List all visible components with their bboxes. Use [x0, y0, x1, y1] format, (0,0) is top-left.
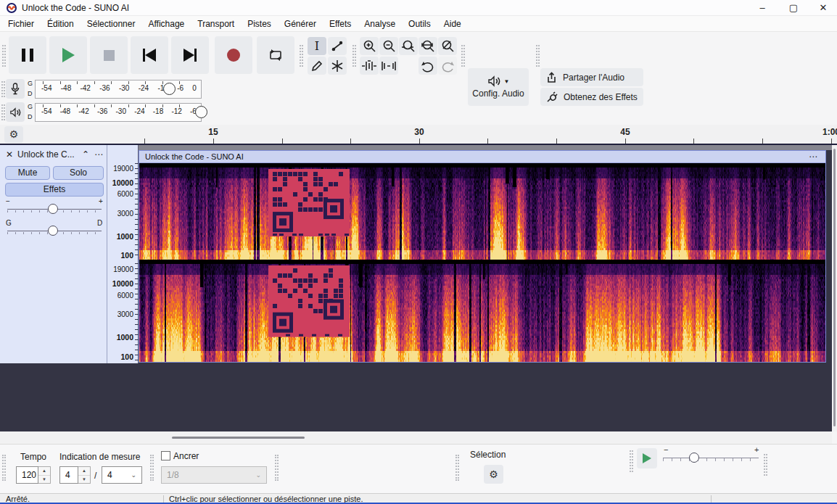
redo-button[interactable] — [438, 57, 457, 75]
menu-edition[interactable]: Édition — [41, 17, 81, 31]
playback-volume-slider[interactable] — [195, 106, 207, 118]
maximize-button[interactable]: ▢ — [781, 0, 806, 16]
menu-pistes[interactable]: Pistes — [241, 17, 278, 31]
get-effects-button[interactable]: Obtenez des Effets — [540, 88, 643, 106]
time-signature-toolbar-grip[interactable] — [2, 455, 6, 481]
timesig-upper-input[interactable]: 4 — [59, 466, 78, 484]
pause-button[interactable] — [9, 36, 46, 74]
snapping-toolbar-grip[interactable] — [150, 455, 154, 481]
time-toolbar-grip[interactable] — [275, 455, 279, 481]
clip-title-bar[interactable]: Unlock the Code - SUNO AI ⋯ — [139, 151, 825, 163]
snap-checkbox[interactable] — [161, 451, 170, 460]
envelope-tool-button[interactable] — [328, 37, 347, 55]
menu-outils[interactable]: Outils — [402, 17, 437, 31]
tempo-input[interactable]: 120 — [16, 466, 38, 484]
clip-menu-button[interactable]: ⋯ — [809, 152, 818, 162]
fit-project-button[interactable] — [418, 37, 437, 55]
vertical-scrollbar[interactable] — [832, 145, 837, 431]
playback-meter-button[interactable] — [6, 102, 25, 122]
play-at-speed-grip[interactable] — [630, 450, 633, 472]
skip-to-start-button[interactable] — [131, 36, 168, 74]
time-signature-label: Indication de mesure — [59, 452, 140, 462]
playback-meter-scale[interactable]: -54-48-42-36-30-24-18-12-6 — [35, 103, 202, 122]
play-icon — [62, 48, 75, 62]
menu-aide[interactable]: Aide — [437, 17, 468, 31]
vertical-scrollbar-thumb[interactable] — [833, 149, 836, 426]
mute-button[interactable]: Mute — [5, 166, 50, 180]
share-toolbar-grip[interactable] — [536, 45, 540, 67]
edit-toolbar-grip[interactable] — [352, 45, 356, 67]
selection-options-button[interactable]: ⚙ — [484, 465, 503, 484]
freq-10000-ch2: 10000 — [112, 279, 133, 288]
track-close-button[interactable]: ✕ — [6, 149, 13, 160]
horizontal-scrollbar[interactable] — [0, 431, 832, 444]
zoom-out-button[interactable] — [379, 37, 398, 55]
audio-clip[interactable]: Unlock the Code - SUNO AI ⋯ — [139, 150, 826, 363]
pan-left-label: G — [6, 219, 12, 227]
minimize-button[interactable]: – — [750, 0, 775, 16]
zoom-selection-button[interactable] — [399, 37, 418, 55]
track-collapse-chevron-icon[interactable]: ⌃ — [82, 149, 89, 160]
timeline-ruler[interactable]: ⚙ 15 30 45 1:00 — [0, 125, 837, 145]
zoom-in-button[interactable] — [360, 37, 379, 55]
playback-meter-grip[interactable] — [1, 104, 5, 120]
menu-fichier[interactable]: Fichier — [1, 17, 41, 31]
trailing-grip[interactable] — [764, 454, 767, 476]
tempo-spinner[interactable]: ▲▼ — [38, 466, 51, 484]
record-volume-slider[interactable] — [163, 83, 176, 95]
play-speed-slider-thumb[interactable] — [689, 453, 699, 463]
horizontal-scrollbar-thumb[interactable] — [172, 437, 305, 439]
menu-effets[interactable]: Effets — [323, 17, 358, 31]
menu-affichage[interactable]: Affichage — [141, 17, 191, 31]
speed-plus-label: + — [754, 445, 759, 454]
draw-tool-button[interactable] — [308, 57, 326, 75]
close-button[interactable]: ✕ — [811, 0, 836, 16]
play-channel-left: G — [28, 103, 33, 110]
selection-toolbar-grip[interactable] — [455, 455, 459, 481]
audio-setup-button[interactable]: ▼ Config. Audio — [468, 68, 529, 106]
record-meter-grip[interactable] — [1, 81, 5, 97]
share-audio-button[interactable]: Partager l'Audio — [540, 68, 643, 86]
skip-to-end-button[interactable] — [171, 36, 209, 74]
play-button[interactable] — [49, 36, 87, 74]
freq-6000-ch1: 6000 — [117, 190, 133, 198]
snap-interval-select[interactable]: 1/8⌄ — [161, 466, 267, 484]
silence-selection-button[interactable] — [379, 57, 398, 75]
timeline-options-button[interactable]: ⚙ — [4, 126, 23, 143]
gain-slider[interactable] — [48, 204, 58, 214]
selection-tool-button[interactable]: I — [308, 37, 326, 55]
timesig-upper-spinner[interactable]: ▲▼ — [78, 466, 91, 484]
record-meter-button[interactable] — [6, 79, 25, 99]
record-button[interactable] — [215, 36, 252, 74]
solo-button[interactable]: Solo — [53, 166, 104, 180]
redo-icon — [440, 59, 455, 73]
play-at-speed-button[interactable] — [637, 448, 657, 468]
menu-generer[interactable]: Générer — [278, 17, 323, 31]
tools-toolbar-grip[interactable] — [300, 45, 303, 67]
zoom-toggle-button[interactable] — [438, 37, 457, 55]
stop-button[interactable] — [90, 36, 128, 74]
track-title[interactable]: Unlock the C... — [17, 149, 75, 160]
multi-tool-button[interactable] — [328, 57, 347, 75]
track-menu-button[interactable]: ⋯ — [94, 149, 103, 160]
zoom-toggle-icon — [440, 39, 455, 54]
audio-setup-grip[interactable] — [461, 45, 465, 67]
spectrogram-channel-left[interactable] — [139, 163, 825, 260]
freq-10000-ch1: 10000 — [112, 178, 133, 187]
menu-transport[interactable]: Transport — [191, 17, 241, 31]
menu-selectionner[interactable]: Sélectionner — [81, 17, 142, 31]
timesig-lower-select[interactable]: 4⌄ — [102, 466, 142, 484]
menu-analyse[interactable]: Analyse — [358, 17, 402, 31]
spectrogram-channel-right[interactable] — [139, 260, 825, 362]
record-meter: GD -54-48-42-36-30-24-18-60 — [0, 78, 210, 100]
pan-slider[interactable] — [48, 226, 58, 236]
silence-icon — [381, 60, 397, 72]
undo-button[interactable] — [418, 57, 437, 75]
transport-toolbar-grip[interactable] — [2, 45, 6, 67]
bottom-toolbar: Tempo 120 ▲▼ Indication de mesure 4 ▲▼ /… — [0, 444, 837, 493]
record-meter-scale[interactable]: -54-48-42-36-30-24-18-60 — [35, 80, 202, 99]
trim-outside-selection-button[interactable] — [360, 57, 379, 75]
loop-button[interactable] — [257, 36, 294, 74]
effects-button[interactable]: Effets — [5, 183, 104, 197]
ruler-label-15: 15 — [208, 127, 218, 137]
